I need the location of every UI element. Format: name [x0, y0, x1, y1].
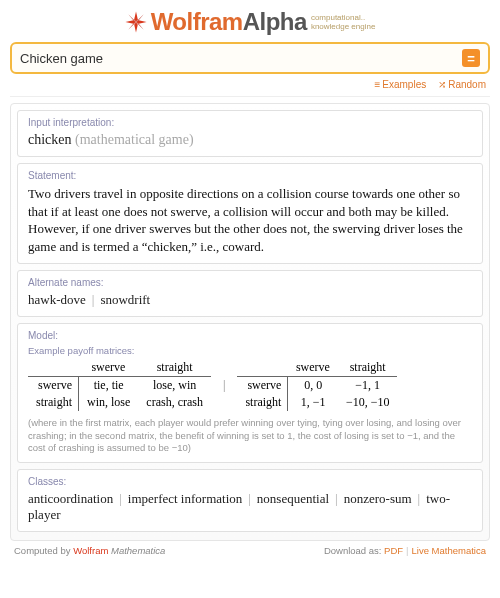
- tagline-line1: computational..: [311, 13, 365, 22]
- payoff-cell: 0, 0: [288, 377, 338, 395]
- separator: |: [412, 491, 427, 506]
- logo-row: WolframAlpha computational.. knowledge e…: [10, 6, 490, 42]
- payoff-cell: 1, −1: [288, 394, 338, 411]
- separator: |: [329, 491, 344, 506]
- computed-by-label: Computed by: [14, 545, 71, 556]
- mathematica-word: Mathematica: [111, 545, 165, 556]
- matrices-row: swerve straight swerve tie, tie lose, wi…: [28, 359, 472, 411]
- download-live-link[interactable]: Live Mathematica: [412, 545, 486, 556]
- content-area: Input interpretation: chicken (mathemati…: [10, 103, 490, 541]
- examples-label: Examples: [382, 79, 426, 90]
- search-input[interactable]: [20, 51, 462, 66]
- classes-line: anticoordination|imperfect information|n…: [28, 491, 472, 523]
- svg-marker-5: [134, 22, 136, 33]
- download-label: Download as:: [324, 545, 382, 556]
- logo-word-alpha: Alpha: [243, 8, 307, 35]
- svg-marker-0: [136, 11, 138, 22]
- wolfram-word: Wolfram: [73, 545, 108, 556]
- separator: |: [113, 491, 128, 506]
- random-link[interactable]: ⤮Random: [438, 79, 486, 90]
- logo-tagline: computational.. knowledge engine: [311, 14, 376, 32]
- pod-title: Alternate names:: [28, 277, 472, 288]
- payoff-cell: tie, tie: [79, 377, 139, 395]
- equals-icon: =: [467, 51, 475, 66]
- class-item: nonsequential: [257, 491, 329, 506]
- matrix-divider: |: [221, 378, 227, 393]
- interp-paren: (mathematical game): [75, 132, 194, 147]
- pod-alternate-names: Alternate names: hawk-dove|snowdrift: [17, 270, 483, 317]
- examples-link[interactable]: ≡Examples: [374, 79, 426, 90]
- row-header: straight: [28, 394, 79, 411]
- row-header: swerve: [237, 377, 288, 395]
- grid-icon: ≡: [374, 79, 380, 90]
- sub-links: ≡Examples ⤮Random: [10, 74, 490, 94]
- pod-title: Classes:: [28, 476, 472, 487]
- payoff-cell: −1, 1: [338, 377, 398, 395]
- separator: |: [86, 292, 101, 307]
- class-item: imperfect information: [128, 491, 242, 506]
- payoff-cell: lose, win: [138, 377, 211, 395]
- interp-line: chicken (mathematical game): [28, 132, 472, 148]
- payoff-matrix-b: swerve straight swerve 0, 0 −1, 1 straig…: [237, 359, 397, 411]
- row-header: swerve: [28, 377, 79, 395]
- payoff-cell: −10, −10: [338, 394, 398, 411]
- col-header: swerve: [79, 359, 139, 377]
- col-header: straight: [338, 359, 398, 377]
- svg-marker-4: [136, 22, 138, 33]
- alt-name: snowdrift: [100, 292, 150, 307]
- interp-term: chicken: [28, 132, 72, 147]
- spikey-icon: [125, 11, 147, 33]
- divider: [10, 96, 490, 97]
- pod-title: Input interpretation:: [28, 117, 472, 128]
- class-item: nonzero-sum: [344, 491, 412, 506]
- payoff-matrix-a: swerve straight swerve tie, tie lose, wi…: [28, 359, 211, 411]
- computed-by: Computed by Wolfram Mathematica: [14, 545, 165, 556]
- col-header: straight: [138, 359, 211, 377]
- pod-classes: Classes: anticoordination|imperfect info…: [17, 469, 483, 532]
- svg-marker-1: [134, 11, 136, 22]
- separator: |: [242, 491, 257, 506]
- logo-word-wolfram: Wolfram: [151, 8, 243, 35]
- model-note: (where in the first matrix, each player …: [28, 417, 472, 454]
- footer: Computed by Wolfram Mathematica Download…: [10, 541, 490, 562]
- random-label: Random: [448, 79, 486, 90]
- alt-names-line: hawk-dove|snowdrift: [28, 292, 472, 308]
- payoff-cell: win, lose: [79, 394, 139, 411]
- row-header: straight: [237, 394, 288, 411]
- search-bar: =: [10, 42, 490, 74]
- col-header: swerve: [288, 359, 338, 377]
- payoff-cell: crash, crash: [138, 394, 211, 411]
- separator: |: [403, 545, 411, 556]
- shuffle-icon: ⤮: [438, 79, 446, 90]
- download-pdf-link[interactable]: PDF: [384, 545, 403, 556]
- pod-model: Model: Example payoff matrices: swerve s…: [17, 323, 483, 463]
- pod-subtitle: Example payoff matrices:: [28, 345, 472, 356]
- page-root: WolframAlpha computational.. knowledge e…: [0, 0, 500, 598]
- class-item: anticoordination: [28, 491, 113, 506]
- logo-text: WolframAlpha: [151, 8, 307, 36]
- search-go-button[interactable]: =: [462, 49, 480, 67]
- pod-input-interpretation: Input interpretation: chicken (mathemati…: [17, 110, 483, 157]
- pod-title: Statement:: [28, 170, 472, 181]
- tagline-line2: knowledge engine: [311, 22, 376, 31]
- pod-title: Model:: [28, 330, 472, 341]
- alt-name: hawk-dove: [28, 292, 86, 307]
- pod-statement: Statement: Two drivers travel in opposit…: [17, 163, 483, 264]
- download-links: Download as: PDF|Live Mathematica: [324, 545, 486, 556]
- statement-text: Two drivers travel in opposite direction…: [28, 185, 472, 255]
